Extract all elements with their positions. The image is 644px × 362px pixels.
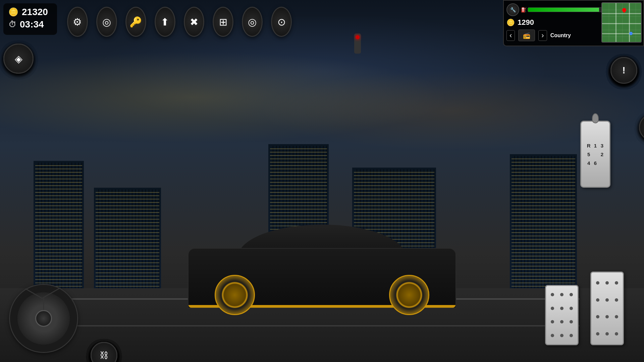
top-toolbar: ⚙ ◎ 🔑 ⬆ ✖ ⊞ ◎ ⊙: [67, 7, 292, 37]
pedal-dot: [605, 332, 609, 336]
pedal-dot: [551, 293, 554, 296]
pedal-dot: [570, 334, 573, 337]
clock-icon: ⏱: [8, 20, 16, 29]
player-car: [171, 161, 473, 328]
gear-5: 5: [586, 150, 592, 158]
gear-spacer: [593, 150, 598, 158]
pedal-dot: [596, 315, 599, 318]
settings-icon: ⚙: [73, 16, 82, 28]
map-prev-button[interactable]: ‹: [506, 30, 515, 41]
pedal-dot: [560, 320, 564, 323]
traffic-light-red: [356, 35, 360, 39]
steering-wheel[interactable]: [10, 285, 77, 352]
turbo-icon: ◈: [15, 53, 22, 65]
gear-2: 2: [599, 150, 605, 158]
pedal-dots-brake: [549, 289, 575, 342]
turbo-button[interactable]: ◈: [3, 44, 34, 74]
hud-coins-value: 1290: [518, 18, 534, 27]
accelerator-pedal[interactable]: [590, 272, 624, 345]
pedal-dot: [615, 332, 618, 336]
map-mode-icon: 📻: [518, 29, 535, 41]
tire-icon: ⊙: [277, 16, 286, 28]
pedal-dot: [551, 320, 554, 323]
map-road-h2: [602, 23, 641, 24]
map-location-label: Country: [550, 33, 571, 39]
pedal-dot: [615, 315, 618, 318]
map-player-position: [629, 32, 633, 35]
timer-value: 03:34: [20, 19, 44, 30]
settings-button[interactable]: ⚙: [67, 7, 88, 37]
pedal-dot: [605, 315, 609, 318]
fuel-bar-section: ⛽: [521, 7, 612, 12]
hud-wrench-button[interactable]: 🔧: [506, 3, 519, 16]
pedal-dots-accel: [594, 275, 620, 342]
timer-row: ⏱ 03:34: [8, 19, 52, 30]
alert-button[interactable]: !: [610, 57, 637, 84]
hud-coin-icon: 🪙: [506, 18, 515, 26]
paint-button[interactable]: ◎: [96, 7, 117, 37]
car-body: [188, 215, 456, 308]
gear-6: 6: [593, 159, 598, 167]
pedal-dot: [596, 281, 599, 285]
gearbox-button[interactable]: ⊞: [213, 7, 233, 37]
steering-hub: [35, 310, 52, 327]
lift-icon: ⬆: [161, 16, 169, 28]
pedal-dot: [596, 332, 599, 336]
gearbox-icon: ⊞: [219, 16, 227, 28]
map-next-button[interactable]: ›: [538, 30, 547, 41]
gear-grid: R 1 3 5 2 4 6: [584, 140, 607, 169]
building-1: [34, 161, 84, 295]
map-road-v1: [615, 3, 616, 42]
paint-icon: ◎: [102, 16, 111, 28]
tire-button[interactable]: ⊙: [271, 7, 292, 37]
map-road-h1: [602, 13, 641, 14]
pedal-dot: [551, 334, 554, 337]
wheel-icon: ◎: [248, 16, 257, 28]
spoke-left: [43, 287, 60, 298]
key-icon: 🔑: [129, 16, 142, 28]
currency-value: 21320: [22, 7, 48, 17]
pedal-dot: [596, 298, 599, 302]
radio-icon: 📻: [523, 32, 530, 39]
building-5: [510, 154, 577, 295]
pedal-dot: [560, 334, 564, 337]
gear-3: 3: [599, 142, 605, 149]
wheel-front: [215, 275, 255, 315]
stats-panel: 🪙 21320 ⏱ 03:34: [3, 3, 57, 35]
map-road-h3: [602, 33, 641, 34]
map-thumbnail[interactable]: [601, 2, 642, 43]
gear-handle: [592, 113, 599, 123]
pedal-dot: [615, 298, 618, 302]
lift-button[interactable]: ⬆: [155, 7, 175, 37]
coin-icon: 🪙: [8, 7, 18, 17]
pedal-dot: [570, 293, 573, 296]
pedal-dot: [615, 281, 618, 285]
currency-row: 🪙 21320: [8, 7, 52, 17]
pedal-dot: [570, 320, 573, 323]
brake-pedal[interactable]: [545, 285, 579, 345]
map-road-v2: [629, 3, 630, 42]
traffic-light: [354, 34, 361, 54]
fuel-bar: [528, 7, 612, 12]
building-2: [94, 188, 161, 295]
chain-icon: ⛓: [100, 350, 108, 361]
gear-1: 1: [593, 142, 598, 149]
gear-R: R: [586, 142, 592, 149]
spoke-right: [25, 288, 43, 299]
fuel-icon: ⛽: [521, 7, 527, 12]
wheel-button[interactable]: ◎: [242, 7, 263, 37]
pedal-dot: [570, 307, 573, 310]
hud-wrench-icon: 🔧: [510, 7, 516, 12]
pedal-dot: [551, 307, 554, 310]
fuel-fill: [528, 8, 599, 12]
hud-panel: 🔧 ⛽ ● ◑ 🪙 1290 ‹ 📻 › Country: [503, 0, 644, 46]
repair-button[interactable]: ✖: [184, 7, 205, 37]
pedal-dot: [560, 293, 564, 296]
map-grid: [602, 3, 641, 42]
key-button[interactable]: 🔑: [125, 7, 146, 37]
gear-4: 4: [586, 159, 592, 167]
pedal-dot: [560, 307, 564, 310]
pedal-dot: [605, 298, 609, 302]
alert-icon: !: [622, 65, 625, 76]
gear-shift: R 1 3 5 2 4 6: [580, 121, 610, 188]
